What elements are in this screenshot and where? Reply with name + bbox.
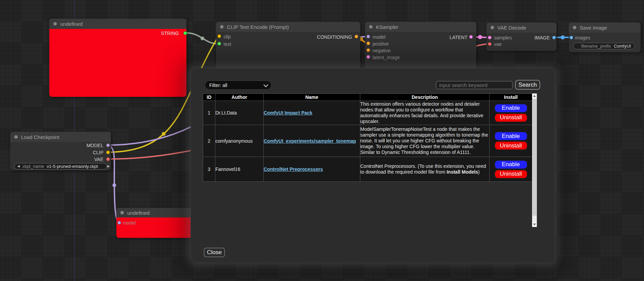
node-collapse-dot-icon[interactable] xyxy=(53,22,57,25)
extension-table-container: ID Author Name Description Install 1Dr.L… xyxy=(203,93,537,227)
ckpt-name-widget[interactable]: ◀ ckpt_name v1-5-pruned-emaonly.ckpt ▶ xyxy=(14,163,107,170)
output-port-conditioning[interactable] xyxy=(354,35,358,38)
output-label: CLIP xyxy=(93,150,103,155)
input-port-vae[interactable] xyxy=(488,42,492,46)
output-port-clip[interactable] xyxy=(106,151,110,154)
search-button[interactable]: Search xyxy=(515,80,540,90)
node-undefined-top[interactable]: undefined STRING xyxy=(49,19,186,97)
input-port-clip[interactable] xyxy=(217,34,221,38)
node-header: undefined xyxy=(116,208,198,217)
node-title: Load Checkpoint xyxy=(21,134,60,140)
table-row: 1Dr.Lt.DataComfyUI Impact PackThis exten… xyxy=(203,101,532,125)
node-body: MODEL CLIP VAE ◀ ckpt_name v1-5-pruned-e… xyxy=(10,142,111,170)
input-port-text[interactable] xyxy=(217,42,221,46)
enable-button[interactable]: Enable xyxy=(495,132,527,140)
node-collapse-dot-icon[interactable] xyxy=(120,211,124,214)
node-collapse-dot-icon[interactable] xyxy=(220,25,224,29)
table-header-row: ID Author Name Description Install xyxy=(203,94,532,101)
widget-label: ckpt_name xyxy=(22,164,44,169)
row-author: Dr.Lt.Data xyxy=(215,101,264,125)
input-port-latent-image[interactable] xyxy=(366,55,370,59)
extension-link[interactable]: ComfyUI Impact Pack xyxy=(264,110,312,116)
row-install-cell: EnableUninstall xyxy=(490,125,532,157)
header-description: Description xyxy=(360,94,490,101)
node-undefined-bottom[interactable]: undefined model xyxy=(116,208,198,238)
decrement-arrow-icon[interactable]: ◀ xyxy=(17,165,20,168)
row-name-cell: ComfyUI Impact Pack xyxy=(264,101,360,125)
table-row: 3Fannovel16ControlNet PreprocessorsContr… xyxy=(203,157,532,182)
row-name-cell: ComfyUI_experiments/sampler_tonemap xyxy=(264,125,360,157)
input-port-samples[interactable] xyxy=(488,36,492,39)
input-label: negative xyxy=(373,48,391,53)
header-install: Install xyxy=(490,94,532,101)
enable-button[interactable]: Enable xyxy=(495,104,527,112)
node-collapse-dot-icon[interactable] xyxy=(14,135,18,139)
row-id: 2 xyxy=(203,125,215,157)
input-label: images xyxy=(575,35,590,40)
filter-selected-value: Filter: all xyxy=(209,83,227,88)
close-button[interactable]: Close xyxy=(204,248,225,257)
scroll-up-arrow-icon[interactable] xyxy=(532,93,537,99)
node-header: Save Image xyxy=(569,22,641,33)
node-save-image[interactable]: Save Image images filename_prefix ComfyU… xyxy=(569,22,641,52)
node-collapse-dot-icon[interactable] xyxy=(573,26,576,29)
output-label: STRING xyxy=(161,31,179,36)
enable-button[interactable]: Enable xyxy=(495,160,527,169)
node-title: Save Image xyxy=(580,25,607,31)
input-label: model xyxy=(373,34,385,40)
input-port-images[interactable] xyxy=(569,36,573,39)
uninstall-button[interactable]: Uninstall xyxy=(495,113,527,122)
uninstall-button[interactable]: Uninstall xyxy=(495,141,527,150)
input-port-negative[interactable] xyxy=(366,48,370,52)
input-label: samples xyxy=(494,35,512,40)
input-port-positive[interactable] xyxy=(366,41,370,45)
input-label: clip xyxy=(224,34,231,39)
input-label: model xyxy=(123,220,136,226)
input-port-model[interactable] xyxy=(117,221,121,225)
scrollbar-thumb[interactable] xyxy=(532,99,536,216)
extension-manager-dialog: Filter: all Search ID Author Name Descri… xyxy=(191,68,555,263)
node-collapse-dot-icon[interactable] xyxy=(491,26,494,29)
output-port-string[interactable] xyxy=(183,31,187,35)
node-load-checkpoint[interactable]: Load Checkpoint MODEL CLIP VAE ◀ ckpt_na… xyxy=(10,132,111,170)
row-description: ControlNet Preprocessors. (To use this e… xyxy=(360,157,490,182)
output-label: LATENT xyxy=(449,35,467,40)
output-port-image[interactable] xyxy=(552,36,556,39)
description-text: Install Models xyxy=(447,169,478,175)
output-port-model[interactable] xyxy=(106,143,110,147)
node-body: model xyxy=(116,217,198,238)
row-author: Fannovel16 xyxy=(215,157,264,182)
input-port-model[interactable] xyxy=(366,35,370,38)
output-port-vae[interactable] xyxy=(106,157,110,161)
widget-value: ComfyUI xyxy=(614,43,634,49)
extension-link[interactable]: ControlNet Preprocessors xyxy=(264,166,323,172)
input-label: positive xyxy=(373,41,389,47)
output-label: IMAGE xyxy=(534,35,550,40)
node-body: images filename_prefix ComfyUI xyxy=(569,33,641,52)
uninstall-button[interactable]: Uninstall xyxy=(495,170,527,178)
node-ksampler[interactable]: KSampler model positive negative latent_… xyxy=(365,22,476,73)
node-vae-decode[interactable]: VAE Decode samples vae IMAGE xyxy=(486,22,557,51)
filter-select[interactable]: Filter: all xyxy=(205,81,271,90)
row-id: 3 xyxy=(203,157,215,182)
node-collapse-dot-icon[interactable] xyxy=(369,25,373,29)
output-port-latent[interactable] xyxy=(469,35,473,39)
chevron-down-icon xyxy=(263,82,268,87)
search-input[interactable] xyxy=(436,81,513,89)
graph-canvas[interactable]: undefined STRING CLIP Text Encode (Promp… xyxy=(0,0,644,281)
input-label: vae xyxy=(494,41,502,47)
node-clip-text-encode[interactable]: CLIP Text Encode (Prompt) clip text COND… xyxy=(216,22,360,73)
widget-label: filename_prefix xyxy=(581,43,611,49)
node-body: samples vae IMAGE xyxy=(486,33,557,51)
scroll-down-arrow-icon[interactable] xyxy=(532,222,537,227)
increment-arrow-icon[interactable]: ▶ xyxy=(108,165,110,168)
node-header: Load Checkpoint xyxy=(10,132,111,142)
node-header: VAE Decode xyxy=(486,22,557,33)
output-label: MODEL xyxy=(86,143,103,148)
scrollbar[interactable] xyxy=(532,93,537,227)
node-title: VAE Decode xyxy=(497,25,526,31)
description-text: This extension offers various detector n… xyxy=(360,101,483,124)
filename-prefix-widget[interactable]: filename_prefix ComfyUI xyxy=(573,43,635,49)
description-text: ) xyxy=(478,169,480,175)
extension-link[interactable]: ComfyUI_experiments/sampler_tonemap xyxy=(264,138,356,144)
